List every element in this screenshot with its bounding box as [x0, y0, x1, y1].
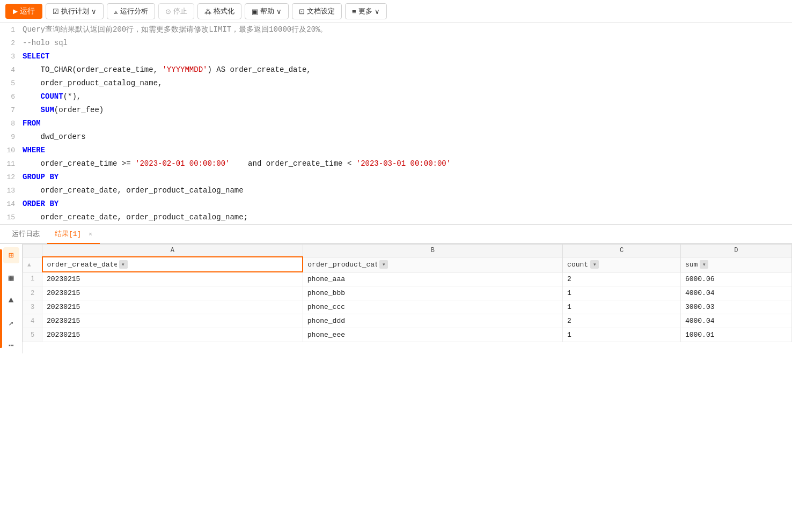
code-token: FROM	[23, 119, 41, 128]
run-analysis-button[interactable]: ⟁ 运行分析	[107, 3, 155, 19]
code-line: 12GROUP BY	[0, 171, 792, 184]
scatter-icon[interactable]: ⋯	[3, 337, 19, 353]
table-cell: phone_bbb	[303, 286, 562, 300]
code-token: order_create_time >=	[23, 159, 135, 168]
tab-log[interactable]: 运行日志	[4, 225, 47, 244]
col-name-header: count ▾	[563, 257, 681, 272]
help-button[interactable]: ▣ 帮助 ∨	[245, 3, 289, 19]
line-content: ORDER BY	[20, 197, 792, 210]
line-content: WHERE	[20, 144, 792, 157]
code-token: (order_fee)	[54, 106, 104, 114]
data-table: ABCD▲ order_create_date ▾ order_product_…	[23, 244, 792, 342]
line-number: 5	[0, 77, 20, 90]
line-content: GROUP BY	[20, 171, 792, 183]
format-button[interactable]: ⁂ 格式化	[197, 3, 241, 19]
code-token: 'YYYYMMDD'	[162, 65, 207, 74]
table-row: 520230215phone_eee11000.01	[23, 328, 792, 342]
tab-result[interactable]: 结果[1] ×	[47, 225, 100, 244]
data-table-wrap[interactable]: ABCD▲ order_create_date ▾ order_product_…	[23, 244, 792, 353]
tab-close-button[interactable]: ×	[89, 231, 92, 238]
table-cell: 1	[563, 286, 681, 300]
line-number: 9	[0, 131, 20, 144]
code-line: 5 order_product_catalog_name,	[0, 77, 792, 90]
code-token: '2023-03-01 00:00:00'	[356, 159, 451, 168]
col-letter-header: C	[563, 245, 681, 257]
table-cell: phone_aaa	[303, 272, 562, 286]
results-panel: ⊞▦▲↗⋯ ABCD▲ order_create_date ▾ order_pr…	[0, 244, 792, 353]
code-line: 2--holo sql	[0, 36, 792, 50]
tab-bar: 运行日志 结果[1] ×	[0, 225, 792, 244]
table-cell: 1	[563, 328, 681, 342]
code-token: GROUP BY	[23, 173, 58, 181]
table-cell: 20230215	[42, 328, 303, 342]
more-icon: ≡	[352, 8, 356, 16]
table-cell: 20230215	[42, 300, 303, 314]
line-number: 8	[0, 117, 20, 130]
table-cell: 20230215	[42, 314, 303, 328]
table-cell: 6000.06	[680, 272, 791, 286]
exec-plan-label: 执行计划	[61, 6, 89, 16]
sort-triangle: ▲	[27, 262, 31, 268]
code-token: order_product_catalog_name,	[23, 79, 162, 87]
col-filter-3: count ▾	[567, 260, 599, 269]
exec-plan-button[interactable]: ☑ 执行计划 ∨	[46, 3, 104, 19]
line-content: order_create_date, order_product_catalog…	[20, 211, 792, 224]
line-number: 7	[0, 104, 20, 117]
line-content: Query查询结果默认返回前200行，如需更多数据请修改LIMIT，最多返回10…	[20, 23, 792, 36]
line-number: 13	[0, 184, 20, 197]
code-token: and order_create_time <	[230, 159, 356, 168]
line-number: 3	[0, 50, 20, 63]
tab-result-label: 结果[1]	[55, 230, 81, 238]
run-analysis-icon: ⟁	[114, 8, 118, 16]
filter-dropdown-btn[interactable]: ▾	[590, 260, 599, 269]
stop-icon: ⊙	[165, 8, 171, 16]
doc-settings-icon: ⊡	[299, 8, 305, 16]
filter-dropdown-btn[interactable]: ▾	[700, 260, 708, 269]
format-label: 格式化	[214, 6, 234, 16]
col-filter-2: order_product_cata... ▾	[307, 260, 388, 269]
code-token: order_create_date, order_product_catalog…	[23, 213, 248, 221]
area-chart-icon[interactable]: ▲	[3, 292, 19, 308]
col-name-text: order_product_cata...	[307, 261, 377, 269]
code-line: 1Query查询结果默认返回前200行，如需更多数据请修改LIMIT，最多返回1…	[0, 23, 792, 36]
line-number: 6	[0, 91, 20, 104]
line-content: dwd_orders	[20, 130, 792, 143]
line-content: order_create_time >= '2023-02-01 00:00:0…	[20, 157, 792, 170]
line-chart-icon[interactable]: ↗	[3, 315, 19, 331]
code-token: --holo sql	[23, 39, 68, 47]
row-number: 4	[23, 314, 42, 328]
editor-area[interactable]: 1Query查询结果默认返回前200行，如需更多数据请修改LIMIT，最多返回1…	[0, 23, 792, 225]
code-line: 14ORDER BY	[0, 197, 792, 211]
table-icon[interactable]: ⊞	[3, 247, 19, 263]
line-content: SELECT	[20, 50, 792, 63]
filter-dropdown-btn[interactable]: ▾	[379, 260, 388, 269]
stop-label: 停止	[173, 6, 187, 16]
code-line: 4 TO_CHAR(order_create_time, 'YYYYMMDD')…	[0, 63, 792, 77]
more-button[interactable]: ≡ 更多 ∨	[345, 3, 387, 19]
toolbar: ▶ 运行 ☑ 执行计划 ∨ ⟁ 运行分析 ⊙ 停止 ⁂ 格式化 ▣ 帮助 ∨ ⊡…	[0, 0, 792, 23]
col-filter-1: order_create_date ▾	[47, 260, 128, 269]
line-number: 4	[0, 64, 20, 77]
col-name-header: ▲	[23, 257, 42, 272]
code-token: order_create_date, order_product_catalog…	[23, 186, 244, 195]
table-cell: phone_ddd	[303, 314, 562, 328]
tab-log-label: 运行日志	[12, 230, 40, 238]
code-token: COUNT	[41, 92, 63, 101]
code-token: SELECT	[23, 52, 49, 61]
help-label: 帮助	[260, 6, 274, 16]
table-cell: 20230215	[42, 272, 303, 286]
exec-plan-chevron: ∨	[91, 8, 97, 16]
bar-chart-icon[interactable]: ▦	[3, 270, 19, 286]
filter-dropdown-btn[interactable]: ▾	[119, 260, 128, 269]
col-name-text: sum	[685, 261, 698, 269]
code-token	[23, 106, 41, 114]
col-name-text: order_create_date	[47, 261, 117, 269]
stop-button[interactable]: ⊙ 停止	[158, 3, 194, 19]
line-content: TO_CHAR(order_create_time, 'YYYYMMDD') A…	[20, 63, 792, 76]
code-token: Query查询结果默认返回前200行，如需更多数据请修改LIMIT，最多返回10…	[23, 25, 327, 34]
run-label: 运行	[20, 6, 35, 16]
run-button[interactable]: ▶ 运行	[5, 4, 42, 19]
doc-settings-button[interactable]: ⊡ 文档设定	[292, 3, 342, 19]
code-line: 6 COUNT(*),	[0, 90, 792, 104]
line-number: 10	[0, 144, 20, 157]
